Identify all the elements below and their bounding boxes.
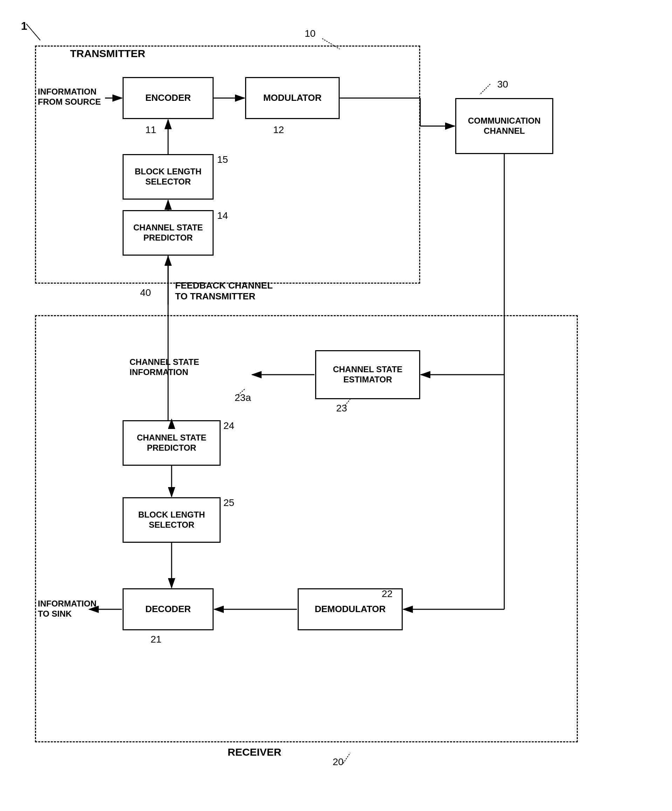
svg-line-23 [322,39,340,49]
svg-line-2 [26,24,40,40]
diagram-container: 1 TRANSMITTER 10 ENCODER 11 MODULATOR 12… [0,0,672,811]
svg-line-26 [345,399,350,406]
svg-line-25 [343,753,350,763]
svg-line-24 [480,84,490,95]
svg-line-27 [238,389,245,395]
arrows-svg [0,0,672,811]
